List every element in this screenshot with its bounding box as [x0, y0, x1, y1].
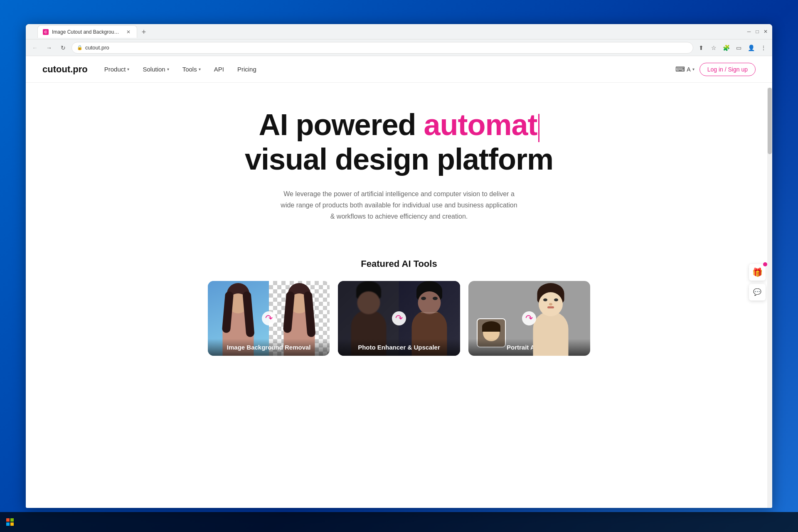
menu-button[interactable]: ⋮ — [758, 42, 769, 53]
extensions-button[interactable]: 🧩 — [721, 42, 732, 53]
tab-favicon: C — [43, 29, 49, 35]
svg-rect-2 — [6, 522, 10, 526]
tools-chevron-icon: ▾ — [199, 67, 201, 71]
nav-api[interactable]: API — [214, 66, 224, 73]
lang-chevron-icon: ▾ — [692, 67, 695, 71]
hero-title-line2: visual design platform — [245, 143, 553, 176]
gift-icon: 🎁 — [752, 267, 763, 277]
featured-section: Featured AI Tools — [26, 259, 772, 372]
card-arrow-icon: ↷ — [392, 311, 406, 325]
tool-card-photo-enhancer[interactable]: ↷ — [338, 281, 460, 356]
browser-titlebar: C Image Cutout and Background R ✕ + ─ □ … — [26, 24, 772, 39]
sidebar-widget: 🎁 💬 — [749, 264, 766, 300]
featured-title: Featured AI Tools — [42, 259, 756, 269]
tool-card-label: Image Background Removal — [208, 339, 330, 356]
share-button[interactable]: ⬆ — [696, 42, 707, 53]
tool-card-portrait-animer[interactable]: ↷ — [468, 281, 590, 356]
new-tab-button[interactable]: + — [138, 26, 150, 38]
nav-tools[interactable]: Tools ▾ — [182, 66, 201, 73]
tool-card-label: Portrait Animer — [468, 339, 590, 356]
lock-icon: 🔒 — [77, 45, 83, 50]
scrollbar-thumb[interactable] — [768, 88, 772, 154]
chat-widget-button[interactable]: 💬 — [749, 284, 766, 300]
windows-logo-icon — [6, 518, 14, 526]
browser-navbar: ← → ↻ 🔒 cutout.pro ⬆ ☆ 🧩 ▭ 👤 ⋮ — [26, 39, 772, 56]
site-nav: cutout.pro Product ▾ Solution ▾ Tools ▾ … — [26, 56, 772, 83]
address-text: cutout.pro — [85, 44, 688, 51]
maximize-button[interactable]: □ — [754, 28, 761, 35]
tools-grid: ↷ Image Background Remo — [208, 281, 590, 356]
back-button[interactable]: ← — [29, 42, 41, 54]
tab-title: Image Cutout and Background R — [52, 29, 122, 35]
nav-pricing[interactable]: Pricing — [237, 66, 256, 73]
typing-cursor — [538, 114, 539, 142]
card-arrow-icon: ↷ — [262, 311, 276, 325]
card-arrow-icon: ↷ — [522, 311, 536, 325]
svg-rect-3 — [10, 522, 14, 526]
split-view-button[interactable]: ▭ — [733, 42, 744, 53]
hero-title-animated: automat — [424, 108, 537, 141]
hero-subtitle: We leverage the power of artificial inte… — [278, 188, 520, 222]
site-nav-links: Product ▾ Solution ▾ Tools ▾ API Pricing — [104, 66, 659, 73]
browser-actions: ⬆ ☆ 🧩 ▭ 👤 ⋮ — [696, 42, 769, 53]
bookmark-button[interactable]: ☆ — [708, 42, 719, 53]
refresh-button[interactable]: ↻ — [57, 42, 69, 54]
solution-chevron-icon: ▾ — [167, 67, 169, 71]
profile-button[interactable]: 👤 — [746, 42, 756, 53]
login-signup-button[interactable]: Log in / Sign up — [699, 63, 756, 76]
tab-close-button[interactable]: ✕ — [125, 29, 132, 35]
website-content: cutout.pro Product ▾ Solution ▾ Tools ▾ … — [26, 56, 772, 508]
nav-solution[interactable]: Solution ▾ — [143, 66, 169, 73]
browser-tabs: C Image Cutout and Background R ✕ + — [34, 25, 153, 38]
forward-button[interactable]: → — [43, 42, 55, 54]
windows-start-button[interactable] — [0, 512, 20, 532]
svg-rect-0 — [6, 518, 10, 522]
browser-chrome: C Image Cutout and Background R ✕ + ─ □ … — [26, 24, 772, 56]
minimize-button[interactable]: ─ — [746, 28, 752, 35]
hero-title: AI powered automat visual design platfor… — [42, 108, 756, 177]
hero-section: AI powered automat visual design platfor… — [26, 83, 772, 259]
site-nav-right: ⌨ A ▾ Log in / Sign up — [675, 63, 756, 76]
taskbar — [0, 512, 798, 532]
chat-icon: 💬 — [753, 288, 761, 296]
close-button[interactable]: ✕ — [762, 28, 769, 35]
address-bar[interactable]: 🔒 cutout.pro — [71, 42, 693, 54]
svg-rect-1 — [10, 518, 14, 522]
language-button[interactable]: ⌨ A ▾ — [675, 65, 694, 73]
active-tab[interactable]: C Image Cutout and Background R ✕ — [37, 25, 137, 38]
notification-badge — [763, 262, 767, 266]
tool-card-label: Photo Enhancer & Upscaler — [338, 339, 460, 356]
translate-icon: ⌨ — [675, 65, 685, 73]
gift-widget-button[interactable]: 🎁 — [749, 264, 766, 281]
scrollbar[interactable] — [767, 88, 772, 508]
site-logo[interactable]: cutout.pro — [42, 64, 88, 75]
product-chevron-icon: ▾ — [127, 67, 129, 71]
hero-title-static: AI powered — [259, 108, 424, 141]
tool-card-bg-removal[interactable]: ↷ Image Background Remo — [208, 281, 330, 356]
browser-window: C Image Cutout and Background R ✕ + ─ □ … — [26, 24, 772, 508]
nav-product[interactable]: Product ▾ — [104, 66, 130, 73]
